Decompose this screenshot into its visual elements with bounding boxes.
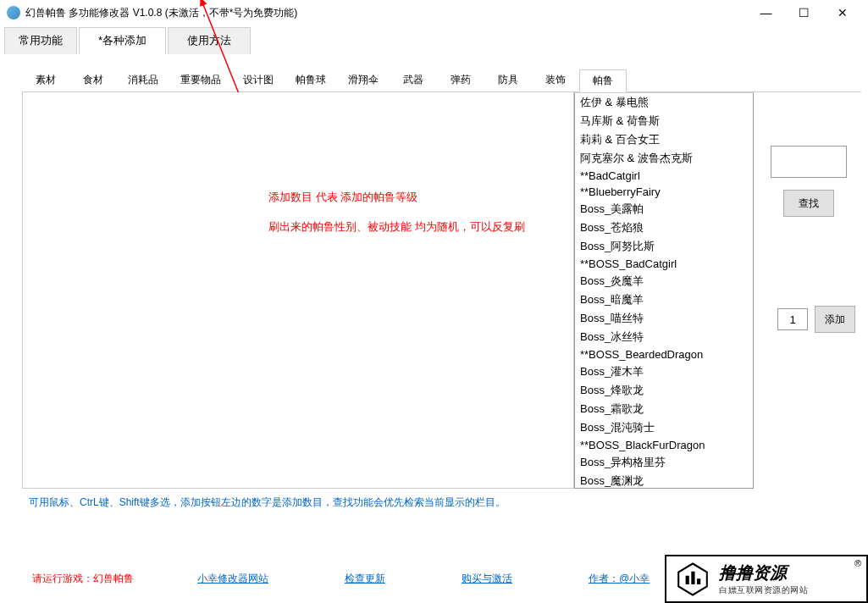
subtab-palball[interactable]: 帕鲁球 xyxy=(285,69,337,91)
watermark: 撸撸资源 白嫖互联网资源的网站 ® xyxy=(665,555,868,603)
tab-common[interactable]: 常用功能 xyxy=(4,27,77,54)
tab-add[interactable]: *各种添加 xyxy=(79,27,166,54)
list-item[interactable]: **BadCatgirl xyxy=(575,168,753,184)
annotation-line1: 添加数目 代表 添加的帕鲁等级 xyxy=(268,190,417,205)
subtab-consumable[interactable]: 消耗品 xyxy=(117,69,169,91)
add-button[interactable]: 添加 xyxy=(815,306,855,333)
sub-tabs: 素材 食材 消耗品 重要物品 设计图 帕鲁球 滑翔伞 武器 弹药 防具 装饰 帕… xyxy=(22,69,861,92)
list-item[interactable]: Boss_混沌骑士 xyxy=(575,418,753,437)
list-item[interactable]: Boss_喵丝特 xyxy=(575,309,753,328)
list-item[interactable]: Boss_阿努比斯 xyxy=(575,237,753,256)
footer-link-site[interactable]: 小幸修改器网站 xyxy=(197,572,268,586)
footer-link-update[interactable]: 检查更新 xyxy=(345,572,385,586)
tab-usage[interactable]: 使用方法 xyxy=(168,27,251,54)
list-item[interactable]: Boss_魔渊龙 xyxy=(575,472,753,489)
subtab-pal[interactable]: 帕鲁 xyxy=(579,69,627,92)
subtab-food[interactable]: 食材 xyxy=(69,69,117,91)
list-item[interactable]: Boss_烽歌龙 xyxy=(575,381,753,400)
content-area: 素材 食材 消耗品 重要物品 设计图 帕鲁球 滑翔伞 武器 弹药 防具 装饰 帕… xyxy=(0,55,868,517)
list-item[interactable]: 马库斯 & 荷鲁斯 xyxy=(575,112,753,130)
list-item[interactable]: Boss_异构格里芬 xyxy=(575,453,753,472)
titlebar: 幻兽帕鲁 多功能修改器 V1.0.8 (未激活，不带*号为免费功能) — ☐ ✕ xyxy=(0,0,868,25)
subtab-glider[interactable]: 滑翔伞 xyxy=(337,69,390,91)
footer-link-buy[interactable]: 购买与激活 xyxy=(462,572,512,586)
search-input[interactable] xyxy=(771,146,847,178)
list-item[interactable]: Boss_冰丝特 xyxy=(575,328,753,346)
footer-link-author[interactable]: 作者：@小幸 xyxy=(589,572,650,586)
footer-status: 请运行游戏：幻兽帕鲁 xyxy=(32,572,134,586)
list-item[interactable]: Boss_炎魔羊 xyxy=(575,272,753,290)
subtab-empty1[interactable] xyxy=(627,69,672,91)
list-item[interactable]: **BlueberryFairy xyxy=(575,184,753,200)
list-item[interactable]: **BOSS_BlackFurDragon xyxy=(575,437,753,453)
hint-text: 可用鼠标、CtrL键、Shift键多选，添加按钮左边的数字是添加数目，查找功能会… xyxy=(7,489,861,510)
app-icon xyxy=(7,6,20,19)
maximize-button[interactable]: ☐ xyxy=(785,0,823,25)
minimize-button[interactable]: — xyxy=(747,0,785,25)
watermark-title: 撸撸资源 xyxy=(719,562,808,584)
close-button[interactable]: ✕ xyxy=(823,0,861,25)
add-panel: 添加 xyxy=(777,306,855,333)
window-title: 幻兽帕鲁 多功能修改器 V1.0.8 (未激活，不带*号为免费功能) xyxy=(25,6,297,20)
list-item[interactable]: Boss_暗魔羊 xyxy=(575,290,753,309)
list-item[interactable]: 阿克塞尔 & 波鲁杰克斯 xyxy=(575,149,753,168)
search-panel: 查找 xyxy=(771,146,855,217)
subtab-important[interactable]: 重要物品 xyxy=(169,69,232,91)
watermark-registered: ® xyxy=(854,558,861,568)
list-item[interactable]: Boss_霜歌龙 xyxy=(575,400,753,418)
pal-list[interactable]: 佐伊 & 暴电熊马库斯 & 荷鲁斯莉莉 & 百合女王阿克塞尔 & 波鲁杰克斯**… xyxy=(574,92,754,489)
subtab-decoration[interactable]: 装饰 xyxy=(532,69,579,91)
search-button[interactable]: 查找 xyxy=(783,190,834,217)
watermark-subtitle: 白嫖互联网资源的网站 xyxy=(719,584,808,596)
list-item[interactable]: Boss_灌木羊 xyxy=(575,362,753,381)
list-item[interactable]: 莉莉 & 百合女王 xyxy=(575,130,753,149)
quantity-input[interactable] xyxy=(777,308,808,330)
subtab-blueprint[interactable]: 设计图 xyxy=(232,69,285,91)
list-item[interactable]: Boss_苍焰狼 xyxy=(575,219,753,237)
watermark-logo-icon xyxy=(673,562,712,597)
window-controls: — ☐ ✕ xyxy=(747,0,861,25)
annotation-line2: 刷出来的帕鲁性别、被动技能 均为随机，可以反复刷 xyxy=(268,219,525,235)
list-item[interactable]: **BOSS_BeardedDragon xyxy=(575,346,753,362)
subtab-material[interactable]: 素材 xyxy=(22,69,69,91)
subtab-weapon[interactable]: 武器 xyxy=(390,69,437,91)
list-item[interactable]: 佐伊 & 暴电熊 xyxy=(575,93,753,112)
list-item[interactable]: **BOSS_BadCatgirl xyxy=(575,256,753,272)
subtab-ammo[interactable]: 弹药 xyxy=(437,69,484,91)
subtab-empty2[interactable] xyxy=(672,69,718,91)
list-item[interactable]: Boss_美露帕 xyxy=(575,200,753,219)
main-tabs: 常用功能 *各种添加 使用方法 xyxy=(0,25,868,55)
subtab-armor[interactable]: 防具 xyxy=(484,69,532,91)
left-panel: 添加数目 代表 添加的帕鲁等级 刷出来的帕鲁性别、被动技能 均为随机，可以反复刷 xyxy=(22,92,574,489)
